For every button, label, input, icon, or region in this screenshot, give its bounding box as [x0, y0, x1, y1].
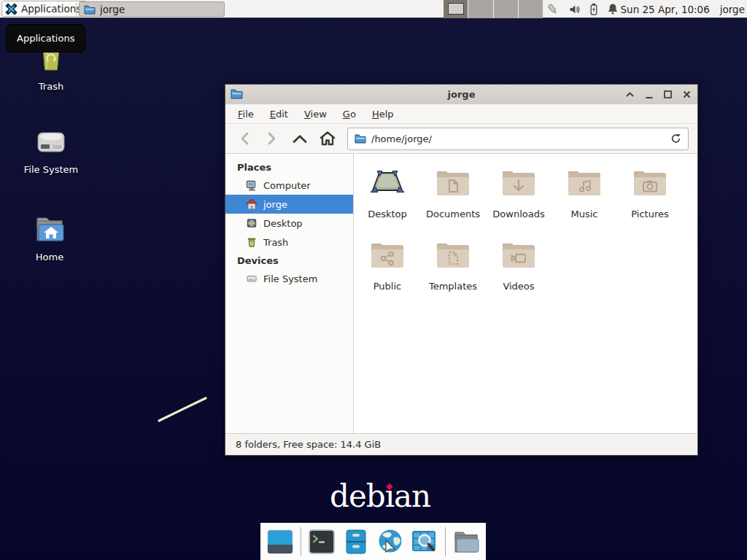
places-header: Places	[225, 158, 353, 176]
music-folder-icon	[566, 166, 603, 199]
removable-media-icon[interactable]	[546, 3, 560, 16]
desktop-icon-home[interactable]: Home	[15, 211, 85, 262]
folder-item-templates[interactable]: Templates	[420, 238, 486, 310]
sidebar-item-desktop[interactable]: Desktop	[225, 214, 353, 233]
public-folder-icon	[369, 238, 406, 271]
dock-separator	[445, 527, 446, 556]
desktop-place-icon	[246, 217, 258, 229]
folder-item-documents[interactable]: Documents	[420, 166, 486, 238]
menu-file[interactable]: File	[230, 109, 262, 120]
debian-logo-pre: deb	[330, 478, 385, 514]
file-manager-button[interactable]	[342, 528, 370, 556]
desktop-icon-file-system[interactable]: File System	[16, 125, 86, 175]
folder-label: Desktop	[355, 209, 420, 219]
panel-right: Sun 25 Apr, 10:06 jorge	[621, 0, 746, 18]
top-panel: Applications jorge	[0, 0, 747, 18]
notifications-icon[interactable]	[607, 3, 619, 15]
sidebar-item-label: Computer	[263, 180, 311, 191]
folder-item-downloads[interactable]: Downloads	[486, 166, 551, 238]
workspace-window-thumb	[448, 3, 464, 15]
hard-drive-icon	[34, 125, 69, 158]
panel-user[interactable]: jorge	[720, 4, 745, 15]
workspace-switcher	[444, 0, 543, 18]
panel-handle[interactable]	[76, 3, 78, 15]
folder-label: Templates	[420, 281, 486, 292]
applications-tooltip: Applications	[6, 24, 85, 52]
application-finder-button[interactable]	[411, 528, 438, 556]
close-button[interactable]	[682, 90, 692, 99]
folder-item-desktop[interactable]: Desktop	[355, 166, 420, 238]
dock	[260, 523, 486, 560]
videos-folder-icon	[500, 238, 537, 271]
file-cabinet-icon	[343, 529, 369, 554]
menu-go[interactable]: Go	[335, 109, 364, 120]
menu-edit[interactable]: Edit	[262, 109, 296, 120]
workspace-4[interactable]	[518, 0, 543, 18]
home-button[interactable]	[315, 127, 340, 150]
workspace-1[interactable]	[444, 0, 468, 18]
folder-label: Videos	[486, 281, 551, 292]
sidebar-item-label: jorge	[263, 199, 287, 210]
pictures-folder-icon	[632, 166, 668, 199]
system-tray	[546, 0, 619, 18]
folder-item-music[interactable]: Music	[551, 166, 617, 238]
menu-view[interactable]: View	[296, 109, 335, 120]
window-body: Places Computer jorge	[225, 154, 697, 433]
home-icon	[246, 198, 258, 210]
desktop-icon-label: Trash	[16, 81, 86, 92]
folder-item-videos[interactable]: Videos	[486, 238, 551, 310]
debian-logo: debıan	[330, 481, 430, 512]
reload-icon[interactable]	[670, 133, 681, 144]
file-manager-window: jorge File Edit View Go Help	[225, 84, 698, 456]
computer-icon	[246, 179, 258, 191]
terminal-icon	[309, 529, 335, 554]
sidebar-item-jorge[interactable]: jorge	[225, 195, 353, 214]
sidebar: Places Computer jorge	[225, 154, 354, 433]
folder-item-pictures[interactable]: Pictures	[617, 166, 683, 238]
taskbar-item-label: jorge	[100, 4, 125, 15]
workspace-2[interactable]	[468, 0, 492, 18]
applications-button[interactable]: Applications	[1, 1, 88, 17]
sidebar-item-trash[interactable]: Trash	[225, 233, 353, 252]
shade-button[interactable]	[625, 90, 635, 99]
minimize-button[interactable]	[644, 90, 654, 99]
folder-label: Pictures	[617, 209, 683, 219]
clock[interactable]: Sun 25 Apr, 10:06	[621, 4, 710, 15]
path-bar[interactable]: /home/jorge/	[347, 128, 689, 150]
menubar: File Edit View Go Help	[225, 104, 697, 124]
sidebar-item-label: Desktop	[263, 218, 303, 229]
sidebar-item-computer[interactable]: Computer	[225, 176, 353, 195]
folder-label: Downloads	[486, 209, 551, 219]
trash-place-icon	[246, 236, 258, 248]
debian-logo-i: ı	[385, 481, 394, 512]
folder-label: Documents	[420, 209, 486, 219]
documents-folder-icon	[435, 166, 471, 199]
folder-shortcut-button[interactable]	[452, 528, 480, 556]
show-desktop-button[interactable]	[266, 528, 294, 556]
maximize-button[interactable]	[663, 90, 673, 99]
folder-item-public[interactable]: Public	[355, 238, 420, 310]
window-controls	[625, 85, 692, 104]
path-text: /home/jorge/	[371, 133, 432, 144]
toolbar: /home/jorge/	[225, 124, 697, 154]
battery-icon[interactable]	[589, 3, 599, 15]
sidebar-item-label: File System	[263, 273, 317, 284]
status-text: 8 folders, Free space: 14.4 GiB	[236, 439, 381, 450]
path-folder-icon	[355, 133, 366, 144]
tooltip-text: Applications	[17, 33, 74, 44]
home-folder-icon	[32, 211, 67, 245]
terminal-button[interactable]	[308, 528, 336, 556]
desktop-icon-label: File System	[16, 164, 86, 175]
app-finder-icon	[411, 529, 438, 555]
up-button[interactable]	[287, 127, 312, 150]
sidebar-item-file-system[interactable]: File System	[225, 269, 353, 288]
taskbar-item-jorge[interactable]: jorge	[79, 1, 225, 17]
forward-button[interactable]	[260, 127, 285, 150]
menu-help[interactable]: Help	[364, 109, 402, 120]
web-browser-button[interactable]	[376, 528, 404, 556]
workspace-3[interactable]	[493, 0, 518, 18]
titlebar[interactable]: jorge	[225, 85, 697, 104]
debian-logo-post: an	[394, 478, 430, 514]
back-button[interactable]	[232, 127, 257, 150]
volume-icon[interactable]	[568, 4, 581, 15]
